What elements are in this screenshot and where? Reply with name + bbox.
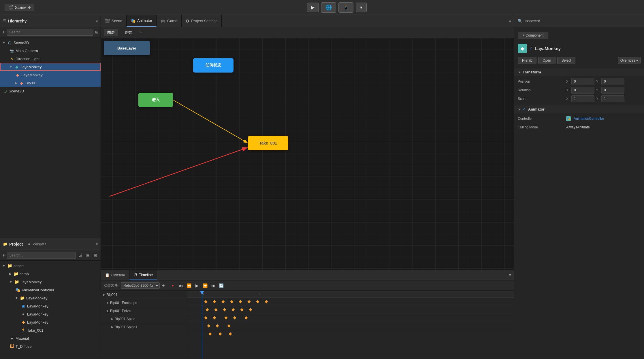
bottom-menu-btn[interactable]: ≡ [506, 270, 514, 280]
rotation-y-input[interactable] [601, 87, 624, 94]
hierarchy-search[interactable] [7, 29, 93, 36]
animator-checkbox[interactable]: ✓ [523, 107, 526, 111]
hierarchy-menu-btn[interactable]: ≡ [95, 19, 98, 23]
loop-btn[interactable]: 🔄 [218, 282, 225, 289]
prefab-btn[interactable]: Prefab [518, 57, 536, 64]
tree-item-main-camera[interactable]: 📷 Main Camera [0, 47, 101, 55]
play-timeline-btn[interactable]: ▶ [194, 282, 201, 289]
tree-item-scene2d[interactable]: ⬡ Scene2D [0, 87, 101, 95]
tab-game[interactable]: 🎮 Game [157, 15, 182, 27]
tab-animator[interactable]: 🎭 Animator [127, 15, 157, 27]
project-search[interactable] [7, 252, 76, 259]
tab-menu-btn[interactable]: ≡ [506, 15, 514, 27]
track-bip001[interactable]: ▶ Bip001 [101, 291, 187, 299]
layout-btn[interactable]: ⊟ [93, 252, 98, 258]
track-bip001-spine1[interactable]: ▶ Bip001 Spine1 [101, 323, 187, 331]
rotation-row: Rotation X Y [514, 86, 644, 94]
goto-start-btn[interactable]: ⏮ [178, 282, 184, 289]
tree-item-layamonkey-root[interactable]: ▼ ◆ LayaMonkey [0, 63, 101, 71]
add-component-label: + Component [523, 33, 543, 37]
add-component-btn[interactable]: + Component [518, 32, 548, 39]
tree-item-tdiffuse[interactable]: 🖼 T_Diffuse [0, 342, 101, 350]
tree-item-animctrl[interactable]: 🎭 AnimationController [0, 286, 101, 294]
tree-item-material[interactable]: ● Material [0, 334, 101, 342]
timeline-file-select[interactable]: 4ebe26e6-3200-4z [121, 282, 160, 289]
goto-end-btn[interactable]: ⏭ [210, 282, 217, 289]
globe-button[interactable]: 🌐 [321, 2, 336, 13]
animator-node-entry[interactable]: 进入 [138, 93, 173, 107]
console-tab-bar: 📋 Console ⏱ Timeline ≡ [101, 270, 514, 280]
record-btn[interactable]: ● [170, 282, 176, 289]
overrides-btn[interactable]: Overrides ▾ [618, 57, 641, 64]
animator-node-anystate[interactable]: 任何状态 [193, 58, 234, 73]
device-button[interactable]: 📱 [338, 2, 353, 13]
tree-item-layamonkey-mat[interactable]: ● LayaMonkey [0, 310, 101, 318]
tree-item-bip001[interactable]: ▶ ◆ Bip001 [0, 79, 101, 87]
scale-x-input[interactable] [571, 95, 594, 102]
hierarchy-add-btn[interactable]: + [2, 30, 5, 35]
next-frame-btn[interactable]: ⏩ [202, 282, 209, 289]
rotation-x-input[interactable] [571, 87, 594, 94]
animator-node-take001[interactable]: Take_001 [248, 136, 288, 150]
select-btn[interactable]: Select [557, 57, 575, 64]
animator-section-header[interactable]: ▼ ✓ Animator [514, 105, 644, 113]
position-y-axis: Y [596, 80, 600, 83]
hierarchy-layout-btn[interactable]: ⊞ [95, 30, 98, 34]
transform-section-header[interactable]: ▼ Transform [514, 68, 644, 76]
track-footsteps-label: Bip001 Footsteps [110, 301, 137, 305]
timeline-add-btn[interactable]: + [162, 283, 165, 288]
track-bip001-pelvis[interactable]: ▶ Bip001 Pelvis [101, 307, 187, 315]
scale-label: Scale [518, 97, 564, 101]
grid-btn[interactable]: ⊞ [85, 252, 91, 258]
filter-btn[interactable]: ⊿ [78, 252, 83, 258]
dropdown-button[interactable]: ▾ [356, 3, 367, 12]
icon-layamonkey-root: ◆ [14, 64, 19, 69]
tree-item-layamonkey-mesh[interactable]: ◉ LayaMonkey [0, 302, 101, 310]
project-menu-btn[interactable]: ≡ [95, 242, 98, 246]
console-tab-icon: 📋 [105, 273, 110, 277]
tab-scene[interactable]: 🎬 Scene [101, 15, 127, 27]
tree-item-scene3d[interactable]: ▼ ⬡ Scene3D [0, 39, 101, 47]
animator-add-btn[interactable]: + [140, 29, 143, 35]
key-diamond [231, 308, 235, 311]
tree-item-layamonkey-child[interactable]: ◆ LayaMonkey [0, 71, 101, 79]
tree-item-layamonkey-sub[interactable]: ▼ 📁 LayaMonkey [0, 294, 101, 302]
key-diamond [244, 316, 248, 319]
tree-item-assets[interactable]: ▼ 📁 assets [0, 262, 101, 270]
animator-tab-layers[interactable]: 图层 [104, 29, 118, 36]
key-diamond [265, 300, 268, 303]
animator-tab-params[interactable]: 参数 [121, 29, 135, 36]
open-btn[interactable]: Open [538, 57, 555, 64]
track-bip001-spine[interactable]: ▶ Bip001 Spine [101, 315, 187, 323]
animator-node-baselayer[interactable]: BaseLayer [104, 41, 150, 55]
key-diamond [240, 308, 243, 311]
tab-project-settings[interactable]: ⚙ Project Settings [182, 15, 222, 27]
track-bip001-footsteps[interactable]: ▶ Bip001 Footsteps [101, 299, 187, 307]
tab-timeline[interactable]: ⏱ Timeline [129, 270, 157, 280]
hierarchy-icon: ☰ [3, 19, 6, 23]
tree-item-layamonkey-folder[interactable]: ▼ 📁 LayaMonkey [0, 278, 101, 286]
label-scene2d: Scene2D [9, 89, 24, 93]
animator-canvas[interactable]: BaseLayer 任何状态 进入 Take_001 [101, 38, 514, 270]
track-spine1-label: Bip001 Spine1 [115, 325, 137, 329]
scale-y-input[interactable] [601, 95, 624, 102]
component-checkbox[interactable]: ✓ [529, 46, 532, 51]
tree-item-take001[interactable]: 🏃 Take_001 [0, 326, 101, 334]
prev-frame-btn[interactable]: ⏪ [186, 282, 193, 289]
tab-console[interactable]: 📋 Console [101, 270, 129, 280]
tree-item-layamonkey-tex[interactable]: ◆ LayaMonkey [0, 318, 101, 326]
controller-value[interactable]: AnimationController [574, 117, 604, 121]
tree-item-comp[interactable]: ▶ 📁 comp [0, 270, 101, 278]
play-button[interactable]: ▶ [307, 3, 319, 12]
position-x-input[interactable] [571, 78, 594, 85]
component-icon: ◆ [518, 44, 527, 53]
project-add-btn[interactable]: + [2, 253, 5, 258]
file-label: 动画文件: [104, 283, 118, 288]
hierarchy-tree: ▼ ⬡ Scene3D 📷 Main Camera ☀ Direction Li… [0, 37, 101, 238]
position-y-input[interactable] [601, 78, 624, 85]
tree-item-direction-light[interactable]: ☀ Direction Light [0, 55, 101, 63]
position-row: Position X Y [514, 77, 644, 86]
rotation-x-axis: X [566, 88, 570, 92]
project-tree: ▼ 📁 assets ▶ 📁 comp ▼ 📁 LayaMonkey [0, 261, 101, 359]
scene-tab[interactable]: 🎬 Scene [5, 4, 34, 11]
